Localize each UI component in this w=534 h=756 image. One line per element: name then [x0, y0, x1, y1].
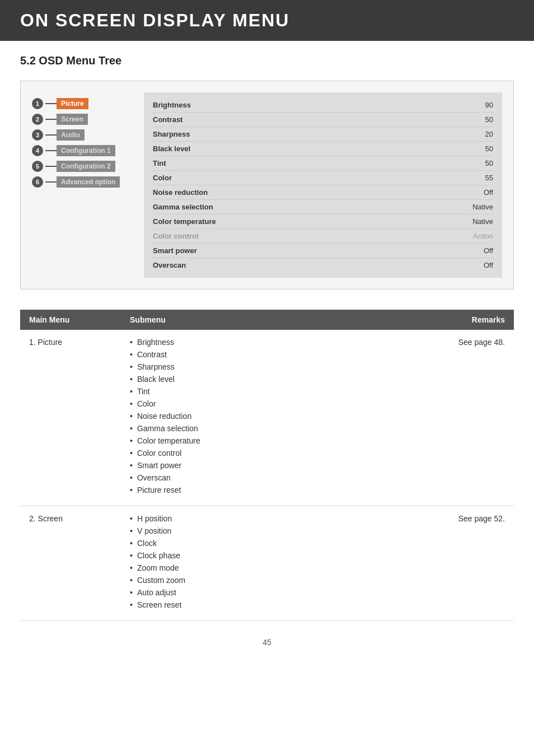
list-item: Zoom mode — [130, 563, 339, 572]
list-item: Overscan — [130, 473, 339, 482]
menu-item-number: 5 — [32, 161, 43, 172]
osd-right-row: Color temperatureNative — [153, 214, 493, 229]
osd-row-value: Off — [484, 261, 493, 269]
osd-right-row: Color55 — [153, 171, 493, 185]
osd-row-value: Action — [473, 232, 493, 240]
menu-item: 1Picture — [32, 98, 144, 109]
menu-item-label: Configuration 1 — [57, 145, 115, 156]
osd-row-label: Sharpness — [153, 130, 190, 138]
osd-row-label: Black level — [153, 144, 190, 153]
menu-item-label: Audio — [57, 129, 85, 141]
menu-item-line — [45, 119, 57, 120]
submenu-list: BrightnessContrastSharpnessBlack levelTi… — [130, 338, 339, 494]
menu-item-number: 1 — [32, 98, 43, 109]
list-item: Noise reduction — [130, 412, 339, 421]
menu-item-label: Configuration 2 — [57, 161, 115, 172]
menu-item-line — [45, 166, 57, 167]
osd-row-label: Color temperature — [153, 217, 216, 226]
col-submenu: Submenu — [121, 310, 348, 330]
osd-row-label: Brightness — [153, 101, 191, 109]
osd-right-row: Noise reductionOff — [153, 185, 493, 200]
osd-right-row: Brightness90 — [153, 98, 493, 113]
osd-right-row: Smart powerOff — [153, 244, 493, 258]
osd-row-value: Native — [472, 217, 493, 226]
menu-item-number: 3 — [32, 129, 43, 141]
page-number: 45 — [20, 638, 514, 647]
osd-row-value: 50 — [485, 159, 493, 167]
osd-row-value: 90 — [485, 101, 493, 109]
list-item: Smart power — [130, 461, 339, 470]
list-item: Custom zoom — [130, 576, 339, 585]
table-header: Main Menu Submenu Remarks — [20, 310, 514, 330]
osd-right-row: Sharpness20 — [153, 127, 493, 142]
list-item: Sharpness — [130, 362, 339, 371]
menu-item-line — [45, 103, 57, 104]
list-item: Black level — [130, 375, 339, 384]
list-item: Gamma selection — [130, 424, 339, 433]
menu-item-label: Picture — [57, 98, 88, 109]
list-item: Screen reset — [130, 600, 339, 609]
menu-item-line — [45, 181, 57, 183]
osd-row-value: 50 — [485, 115, 493, 124]
osd-row-value: 20 — [485, 130, 493, 138]
table-cell-submenu: H positionV positionClockClock phaseZoom… — [121, 506, 348, 621]
osd-row-label: Color — [153, 174, 172, 182]
menu-item: 6Advanced option — [32, 176, 144, 188]
menu-item-number: 6 — [32, 176, 43, 188]
list-item: H position — [130, 514, 339, 523]
list-item: Picture reset — [130, 486, 339, 494]
menu-item: 3Audio — [32, 129, 144, 141]
osd-right-row: Contrast50 — [153, 113, 493, 127]
osd-right-row: Gamma selectionNative — [153, 200, 493, 214]
menu-item-line — [45, 150, 57, 151]
list-item: Clock — [130, 539, 339, 548]
menu-item-label: Screen — [57, 114, 88, 125]
menu-item: 4Configuration 1 — [32, 145, 144, 156]
list-item: Color — [130, 399, 339, 408]
list-item: Tint — [130, 387, 339, 396]
list-item: V position — [130, 526, 339, 535]
menu-item-line — [45, 134, 57, 136]
osd-row-value: Native — [472, 203, 493, 211]
osd-row-label: Overscan — [153, 261, 186, 269]
table-cell-remarks: See page 48. — [348, 330, 514, 506]
list-item: Auto adjust — [130, 588, 339, 597]
osd-row-label: Contrast — [153, 115, 182, 124]
osd-row-label: Color control — [153, 232, 199, 240]
page-title: ON SCREEN DISPLAY MENU — [20, 10, 514, 31]
col-main-menu: Main Menu — [20, 310, 121, 330]
table-row: 1. PictureBrightnessContrastSharpnessBla… — [20, 330, 514, 506]
osd-diagram: 1Picture2Screen3Audio4Configuration 15Co… — [20, 81, 514, 290]
page-content: 5.2 OSD Menu Tree 1Picture2Screen3Audio4… — [0, 54, 534, 667]
menu-item-number: 4 — [32, 145, 43, 156]
osd-right-row: Black level50 — [153, 142, 493, 156]
list-item: Contrast — [130, 350, 339, 359]
table-cell-remarks: See page 52. — [348, 506, 514, 621]
page-header: ON SCREEN DISPLAY MENU — [0, 0, 534, 41]
table-row: 2. ScreenH positionV positionClockClock … — [20, 506, 514, 621]
osd-row-label: Smart power — [153, 246, 197, 255]
osd-row-label: Tint — [153, 159, 166, 167]
osd-row-label: Gamma selection — [153, 203, 213, 211]
menu-item-number: 2 — [32, 114, 43, 125]
osd-right-row: Color controlAction — [153, 229, 493, 244]
menu-item-label: Advanced option — [57, 176, 120, 188]
osd-row-value: Off — [484, 188, 493, 197]
section-title: 5.2 OSD Menu Tree — [20, 54, 514, 67]
table-body: 1. PictureBrightnessContrastSharpnessBla… — [20, 330, 514, 621]
osd-row-value: Off — [484, 246, 493, 255]
list-item: Color control — [130, 449, 339, 458]
table-cell-submenu: BrightnessContrastSharpnessBlack levelTi… — [121, 330, 348, 506]
col-remarks: Remarks — [348, 310, 514, 330]
osd-row-label: Noise reduction — [153, 188, 208, 197]
table-cell-main-menu: 2. Screen — [20, 506, 121, 621]
list-item: Clock phase — [130, 551, 339, 560]
menu-item: 2Screen — [32, 114, 144, 125]
list-item: Brightness — [130, 338, 339, 347]
menu-item: 5Configuration 2 — [32, 161, 144, 172]
list-item: Color temperature — [130, 436, 339, 445]
menu-sidebar: 1Picture2Screen3Audio4Configuration 15Co… — [32, 92, 144, 278]
osd-row-value: 50 — [485, 144, 493, 153]
osd-right-row: OverscanOff — [153, 258, 493, 272]
osd-row-value: 55 — [485, 174, 493, 182]
